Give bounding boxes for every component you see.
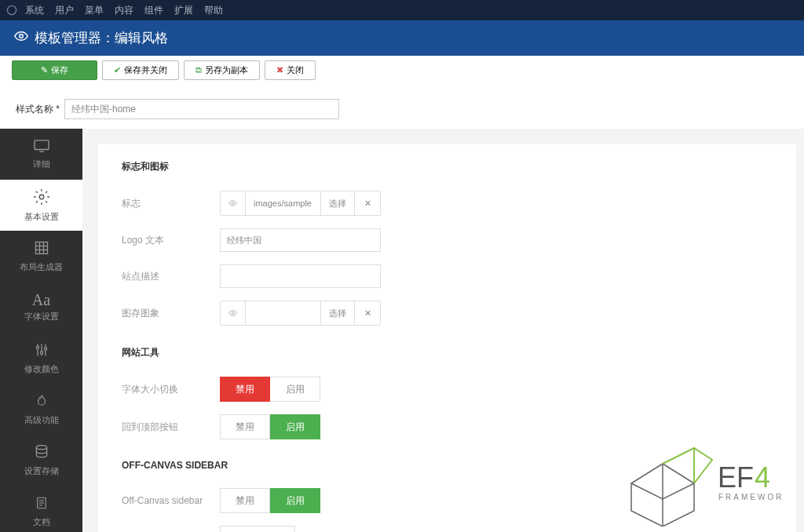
svg-rect-5 xyxy=(35,242,47,253)
check-icon: ✔ xyxy=(114,65,121,75)
field-favicon: 图存图象 选择 ✕ xyxy=(122,301,773,326)
sliders-icon xyxy=(34,342,49,360)
page-title: 模板管理器：编辑风格 xyxy=(35,29,168,47)
sidebar-item-font[interactable]: Aa 字体设置 xyxy=(0,282,82,333)
adminbar-item-system[interactable]: 系统 xyxy=(25,4,44,17)
sidebar-item-label: 布局生成器 xyxy=(20,261,63,273)
field-back-top-label: 回到顶部按钮 xyxy=(122,421,220,434)
settings-sidebar: 详细 基本设置 布局生成器 Aa 字体设置 修改颜色 高级功能 设置存储 文档 xyxy=(0,129,82,532)
offcanvas-sidebar-toggle: 禁用 启用 xyxy=(220,488,320,513)
svg-point-15 xyxy=(44,347,46,349)
main-layout: 详细 基本设置 布局生成器 Aa 字体设置 修改颜色 高级功能 设置存储 文档 xyxy=(0,129,804,532)
logo-path: images/sample xyxy=(246,191,321,215)
favicon-select-button[interactable]: 选择 xyxy=(321,301,355,325)
adminbar-item-user[interactable]: 用户 xyxy=(55,4,74,17)
back-top-toggle: 禁用 启用 xyxy=(220,414,320,439)
preview-icon[interactable] xyxy=(221,191,246,215)
main-panel: 标志和图标 标志 images/sample 选择 ✕ Logo 文本 站点描述 xyxy=(82,129,804,532)
sidebar-item-color[interactable]: 修改颜色 xyxy=(0,333,82,384)
field-logo-label: 标志 xyxy=(122,197,220,210)
svg-text:4: 4 xyxy=(755,461,770,494)
toolbar: ✎保存 ✔保存并关闭 ⧉另存为副本 ✖关闭 xyxy=(0,56,804,83)
field-site-desc-label: 站点描述 xyxy=(122,270,220,283)
preview-icon[interactable] xyxy=(221,301,246,325)
database-icon xyxy=(34,444,49,462)
svg-point-4 xyxy=(39,195,44,199)
offcanvas-disable[interactable]: 禁用 xyxy=(220,488,270,513)
field-logo-text: Logo 文本 xyxy=(122,228,773,252)
save-copy-button[interactable]: ⧉另存为副本 xyxy=(184,60,260,80)
field-favicon-label: 图存图象 xyxy=(122,307,220,320)
joomla-logo-icon xyxy=(6,5,17,16)
back-top-enable[interactable]: 启用 xyxy=(270,414,320,439)
adminbar-item-content[interactable]: 内容 xyxy=(115,4,133,17)
field-logo-text-label: Logo 文本 xyxy=(122,234,220,247)
field-back-top: 回到顶部按钮 禁用 启用 xyxy=(122,414,773,439)
sidebar-item-advanced[interactable]: 高级功能 xyxy=(0,384,82,435)
ef4-framework-logo: EF 4 FRAMEWORK xyxy=(619,440,784,527)
logo-select-button[interactable]: 选择 xyxy=(321,191,355,215)
sidebar-item-docs[interactable]: 文档 xyxy=(0,486,82,532)
favicon-clear-button[interactable]: ✕ xyxy=(355,301,380,325)
back-top-disable[interactable]: 禁用 xyxy=(220,414,270,439)
style-name-label: 样式名称 * xyxy=(16,103,60,116)
field-offcanvas-width: Off-Canvas width xyxy=(122,526,773,532)
sidebar-item-layout[interactable]: 布局生成器 xyxy=(0,231,82,282)
logo-clear-button[interactable]: ✕ xyxy=(355,191,380,215)
field-font-switch-label: 字体大小切换 xyxy=(122,383,220,396)
sidebar-item-label: 字体设置 xyxy=(24,311,59,322)
adminbar-item-extensions[interactable]: 扩展 xyxy=(174,4,193,17)
page-title-bar: 模板管理器：编辑风格 xyxy=(0,20,804,56)
gear-icon xyxy=(33,188,50,208)
style-name-row: 样式名称 * xyxy=(0,83,804,129)
offcanvas-width-input[interactable] xyxy=(220,526,295,532)
sidebar-item-storage[interactable]: 设置存储 xyxy=(0,435,82,486)
sidebar-item-label: 高级功能 xyxy=(24,414,59,426)
save-close-button[interactable]: ✔保存并关闭 xyxy=(102,60,179,80)
field-logo: 标志 images/sample 选择 ✕ xyxy=(122,191,773,216)
sidebar-item-label: 设置存储 xyxy=(24,465,59,477)
svg-rect-2 xyxy=(35,140,49,149)
style-name-input[interactable] xyxy=(64,99,339,119)
monitor-icon xyxy=(33,139,50,155)
favicon-path xyxy=(246,301,321,325)
font-switch-enable[interactable]: 启用 xyxy=(270,377,320,402)
svg-point-16 xyxy=(36,445,46,449)
field-site-desc: 站点描述 xyxy=(122,264,773,288)
save-button[interactable]: ✎保存 xyxy=(12,60,97,80)
sidebar-item-detail[interactable]: 详细 xyxy=(0,129,82,180)
site-desc-input[interactable] xyxy=(220,264,381,288)
font-switch-toggle: 禁用 启用 xyxy=(220,377,320,402)
sidebar-item-label: 详细 xyxy=(33,159,50,170)
svg-text:FRAMEWORK: FRAMEWORK xyxy=(718,493,784,501)
svg-point-1 xyxy=(20,35,24,38)
svg-text:EF: EF xyxy=(718,461,754,494)
flame-icon xyxy=(35,393,49,411)
font-switch-disable[interactable]: 禁用 xyxy=(220,377,270,402)
close-button[interactable]: ✖关闭 xyxy=(265,60,316,80)
eye-icon xyxy=(14,29,28,47)
field-font-switch: 字体大小切换 禁用 启用 xyxy=(122,377,773,402)
svg-point-13 xyxy=(36,346,38,348)
save-icon: ✎ xyxy=(41,65,48,75)
font-icon: Aa xyxy=(32,292,50,308)
admin-bar: 系统 用户 菜单 内容 组件 扩展 帮助 xyxy=(0,0,804,20)
svg-point-14 xyxy=(40,351,42,353)
sidebar-item-label: 修改颜色 xyxy=(24,363,59,375)
svg-point-0 xyxy=(7,5,16,14)
sidebar-item-basic[interactable]: 基本设置 xyxy=(0,180,82,231)
adminbar-item-help[interactable]: 帮助 xyxy=(204,4,223,17)
offcanvas-enable[interactable]: 启用 xyxy=(270,488,320,513)
grid-icon xyxy=(34,240,49,258)
logo-text-input[interactable] xyxy=(220,228,381,252)
section-logo-title: 标志和图标 xyxy=(122,160,773,173)
copy-icon: ⧉ xyxy=(196,65,202,75)
svg-point-21 xyxy=(232,202,234,205)
adminbar-item-menu[interactable]: 菜单 xyxy=(85,4,104,17)
logo-media-group: images/sample 选择 ✕ xyxy=(220,191,381,216)
svg-point-22 xyxy=(232,312,234,315)
close-icon: ✖ xyxy=(276,65,283,75)
field-offcanvas-sidebar-label: Off-Canvas sidebar xyxy=(122,495,220,506)
adminbar-item-components[interactable]: 组件 xyxy=(144,4,163,17)
favicon-media-group: 选择 ✕ xyxy=(220,301,381,326)
